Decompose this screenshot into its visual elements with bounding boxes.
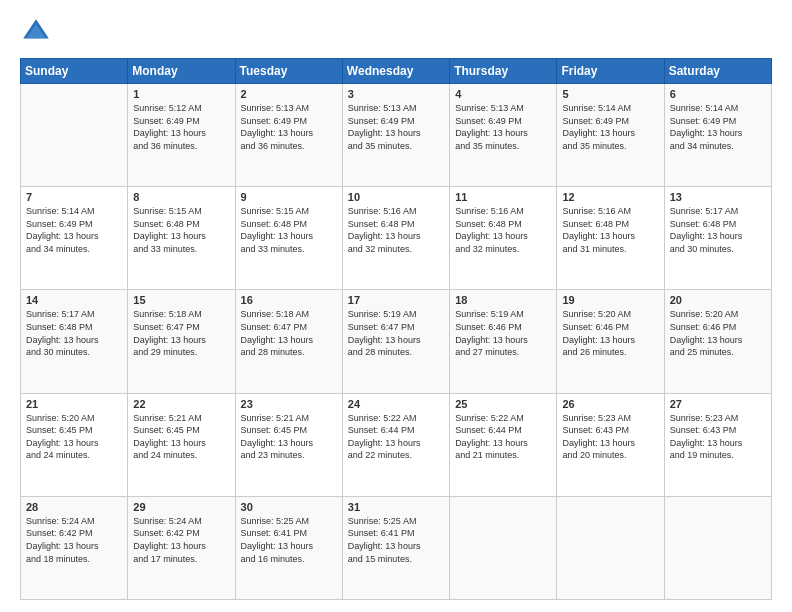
- day-info: Sunrise: 5:24 AM Sunset: 6:42 PM Dayligh…: [26, 515, 122, 565]
- calendar-header-row: SundayMondayTuesdayWednesdayThursdayFrid…: [21, 59, 772, 84]
- day-cell: 1Sunrise: 5:12 AM Sunset: 6:49 PM Daylig…: [128, 84, 235, 187]
- day-info: Sunrise: 5:16 AM Sunset: 6:48 PM Dayligh…: [455, 205, 551, 255]
- day-number: 24: [348, 398, 444, 410]
- day-cell: [450, 496, 557, 599]
- day-info: Sunrise: 5:20 AM Sunset: 6:46 PM Dayligh…: [562, 308, 658, 358]
- day-info: Sunrise: 5:16 AM Sunset: 6:48 PM Dayligh…: [348, 205, 444, 255]
- day-number: 29: [133, 501, 229, 513]
- col-header-saturday: Saturday: [664, 59, 771, 84]
- day-number: 19: [562, 294, 658, 306]
- day-number: 27: [670, 398, 766, 410]
- day-number: 1: [133, 88, 229, 100]
- day-info: Sunrise: 5:17 AM Sunset: 6:48 PM Dayligh…: [670, 205, 766, 255]
- day-info: Sunrise: 5:13 AM Sunset: 6:49 PM Dayligh…: [348, 102, 444, 152]
- day-number: 8: [133, 191, 229, 203]
- day-info: Sunrise: 5:15 AM Sunset: 6:48 PM Dayligh…: [133, 205, 229, 255]
- day-info: Sunrise: 5:13 AM Sunset: 6:49 PM Dayligh…: [241, 102, 337, 152]
- day-cell: 13Sunrise: 5:17 AM Sunset: 6:48 PM Dayli…: [664, 187, 771, 290]
- day-cell: 15Sunrise: 5:18 AM Sunset: 6:47 PM Dayli…: [128, 290, 235, 393]
- calendar-table: SundayMondayTuesdayWednesdayThursdayFrid…: [20, 58, 772, 600]
- day-number: 2: [241, 88, 337, 100]
- day-cell: [21, 84, 128, 187]
- day-number: 20: [670, 294, 766, 306]
- day-number: 3: [348, 88, 444, 100]
- day-number: 16: [241, 294, 337, 306]
- day-number: 6: [670, 88, 766, 100]
- day-cell: 29Sunrise: 5:24 AM Sunset: 6:42 PM Dayli…: [128, 496, 235, 599]
- week-row-5: 28Sunrise: 5:24 AM Sunset: 6:42 PM Dayli…: [21, 496, 772, 599]
- day-info: Sunrise: 5:25 AM Sunset: 6:41 PM Dayligh…: [241, 515, 337, 565]
- day-cell: 23Sunrise: 5:21 AM Sunset: 6:45 PM Dayli…: [235, 393, 342, 496]
- day-info: Sunrise: 5:15 AM Sunset: 6:48 PM Dayligh…: [241, 205, 337, 255]
- day-number: 17: [348, 294, 444, 306]
- day-info: Sunrise: 5:12 AM Sunset: 6:49 PM Dayligh…: [133, 102, 229, 152]
- logo: [20, 16, 56, 48]
- week-row-3: 14Sunrise: 5:17 AM Sunset: 6:48 PM Dayli…: [21, 290, 772, 393]
- day-info: Sunrise: 5:13 AM Sunset: 6:49 PM Dayligh…: [455, 102, 551, 152]
- day-info: Sunrise: 5:20 AM Sunset: 6:46 PM Dayligh…: [670, 308, 766, 358]
- day-number: 21: [26, 398, 122, 410]
- day-info: Sunrise: 5:24 AM Sunset: 6:42 PM Dayligh…: [133, 515, 229, 565]
- day-number: 9: [241, 191, 337, 203]
- day-cell: 27Sunrise: 5:23 AM Sunset: 6:43 PM Dayli…: [664, 393, 771, 496]
- day-info: Sunrise: 5:16 AM Sunset: 6:48 PM Dayligh…: [562, 205, 658, 255]
- page: SundayMondayTuesdayWednesdayThursdayFrid…: [0, 0, 792, 612]
- day-number: 7: [26, 191, 122, 203]
- day-cell: 30Sunrise: 5:25 AM Sunset: 6:41 PM Dayli…: [235, 496, 342, 599]
- day-info: Sunrise: 5:21 AM Sunset: 6:45 PM Dayligh…: [241, 412, 337, 462]
- day-cell: 17Sunrise: 5:19 AM Sunset: 6:47 PM Dayli…: [342, 290, 449, 393]
- week-row-1: 1Sunrise: 5:12 AM Sunset: 6:49 PM Daylig…: [21, 84, 772, 187]
- day-cell: 2Sunrise: 5:13 AM Sunset: 6:49 PM Daylig…: [235, 84, 342, 187]
- day-info: Sunrise: 5:19 AM Sunset: 6:47 PM Dayligh…: [348, 308, 444, 358]
- col-header-monday: Monday: [128, 59, 235, 84]
- day-cell: 20Sunrise: 5:20 AM Sunset: 6:46 PM Dayli…: [664, 290, 771, 393]
- day-number: 4: [455, 88, 551, 100]
- day-cell: 3Sunrise: 5:13 AM Sunset: 6:49 PM Daylig…: [342, 84, 449, 187]
- day-cell: 21Sunrise: 5:20 AM Sunset: 6:45 PM Dayli…: [21, 393, 128, 496]
- day-info: Sunrise: 5:20 AM Sunset: 6:45 PM Dayligh…: [26, 412, 122, 462]
- day-number: 28: [26, 501, 122, 513]
- day-number: 22: [133, 398, 229, 410]
- day-cell: 18Sunrise: 5:19 AM Sunset: 6:46 PM Dayli…: [450, 290, 557, 393]
- day-number: 26: [562, 398, 658, 410]
- col-header-tuesday: Tuesday: [235, 59, 342, 84]
- day-cell: 31Sunrise: 5:25 AM Sunset: 6:41 PM Dayli…: [342, 496, 449, 599]
- day-info: Sunrise: 5:18 AM Sunset: 6:47 PM Dayligh…: [133, 308, 229, 358]
- col-header-wednesday: Wednesday: [342, 59, 449, 84]
- week-row-2: 7Sunrise: 5:14 AM Sunset: 6:49 PM Daylig…: [21, 187, 772, 290]
- day-cell: 6Sunrise: 5:14 AM Sunset: 6:49 PM Daylig…: [664, 84, 771, 187]
- day-info: Sunrise: 5:23 AM Sunset: 6:43 PM Dayligh…: [562, 412, 658, 462]
- day-info: Sunrise: 5:22 AM Sunset: 6:44 PM Dayligh…: [455, 412, 551, 462]
- day-cell: 9Sunrise: 5:15 AM Sunset: 6:48 PM Daylig…: [235, 187, 342, 290]
- day-number: 13: [670, 191, 766, 203]
- day-info: Sunrise: 5:14 AM Sunset: 6:49 PM Dayligh…: [26, 205, 122, 255]
- day-cell: [557, 496, 664, 599]
- col-header-sunday: Sunday: [21, 59, 128, 84]
- header: [20, 16, 772, 48]
- day-cell: 5Sunrise: 5:14 AM Sunset: 6:49 PM Daylig…: [557, 84, 664, 187]
- day-number: 10: [348, 191, 444, 203]
- day-cell: [664, 496, 771, 599]
- day-cell: 4Sunrise: 5:13 AM Sunset: 6:49 PM Daylig…: [450, 84, 557, 187]
- day-cell: 16Sunrise: 5:18 AM Sunset: 6:47 PM Dayli…: [235, 290, 342, 393]
- day-number: 5: [562, 88, 658, 100]
- col-header-friday: Friday: [557, 59, 664, 84]
- day-info: Sunrise: 5:22 AM Sunset: 6:44 PM Dayligh…: [348, 412, 444, 462]
- day-info: Sunrise: 5:19 AM Sunset: 6:46 PM Dayligh…: [455, 308, 551, 358]
- day-number: 23: [241, 398, 337, 410]
- day-cell: 22Sunrise: 5:21 AM Sunset: 6:45 PM Dayli…: [128, 393, 235, 496]
- day-cell: 25Sunrise: 5:22 AM Sunset: 6:44 PM Dayli…: [450, 393, 557, 496]
- col-header-thursday: Thursday: [450, 59, 557, 84]
- week-row-4: 21Sunrise: 5:20 AM Sunset: 6:45 PM Dayli…: [21, 393, 772, 496]
- day-number: 31: [348, 501, 444, 513]
- day-number: 18: [455, 294, 551, 306]
- day-info: Sunrise: 5:14 AM Sunset: 6:49 PM Dayligh…: [562, 102, 658, 152]
- day-cell: 26Sunrise: 5:23 AM Sunset: 6:43 PM Dayli…: [557, 393, 664, 496]
- day-info: Sunrise: 5:21 AM Sunset: 6:45 PM Dayligh…: [133, 412, 229, 462]
- day-info: Sunrise: 5:23 AM Sunset: 6:43 PM Dayligh…: [670, 412, 766, 462]
- day-info: Sunrise: 5:14 AM Sunset: 6:49 PM Dayligh…: [670, 102, 766, 152]
- day-info: Sunrise: 5:17 AM Sunset: 6:48 PM Dayligh…: [26, 308, 122, 358]
- day-cell: 28Sunrise: 5:24 AM Sunset: 6:42 PM Dayli…: [21, 496, 128, 599]
- logo-icon: [20, 16, 52, 48]
- day-info: Sunrise: 5:25 AM Sunset: 6:41 PM Dayligh…: [348, 515, 444, 565]
